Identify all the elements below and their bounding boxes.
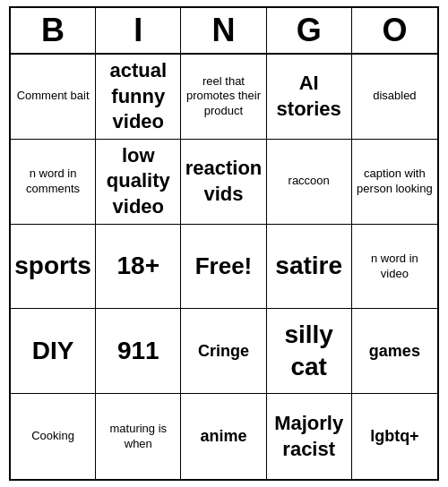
bingo-cell-3: AI stories [267,55,352,140]
bingo-cell-16: 911 [96,309,181,394]
bingo-cell-5: n word in comments [11,140,96,225]
bingo-cell-22: anime [181,394,266,479]
bingo-letter-o: O [352,8,437,53]
bingo-card: BINGO Comment baitactual funny videoreel… [9,6,439,481]
bingo-cell-14: n word in video [352,225,437,310]
bingo-cell-1: actual funny video [96,55,181,140]
bingo-cell-24: lgbtq+ [352,394,437,479]
bingo-cell-10: sports [11,225,96,310]
bingo-cell-9: caption with person looking [352,140,437,225]
bingo-cell-6: low quality video [96,140,181,225]
bingo-cell-4: disabled [352,55,437,140]
bingo-cell-17: Cringe [181,309,266,394]
bingo-cell-13: satire [267,225,352,310]
bingo-cell-19: games [352,309,437,394]
bingo-cell-2: reel that promotes their product [181,55,266,140]
bingo-cell-23: Majorly racist [267,394,352,479]
bingo-cell-12: Free! [181,225,266,310]
bingo-cell-20: Cooking [11,394,96,479]
bingo-cell-11: 18+ [96,225,181,310]
bingo-cell-8: raccoon [267,140,352,225]
bingo-letter-i: I [96,8,181,53]
bingo-cell-21: maturing is when [96,394,181,479]
bingo-letter-b: B [11,8,96,53]
bingo-header: BINGO [11,8,437,55]
bingo-grid: Comment baitactual funny videoreel that … [11,55,437,479]
bingo-cell-15: DIY [11,309,96,394]
bingo-cell-7: reaction vids [181,140,266,225]
bingo-letter-n: N [181,8,266,53]
bingo-cell-0: Comment bait [11,55,96,140]
bingo-cell-18: silly cat [267,309,352,394]
bingo-letter-g: G [267,8,352,53]
